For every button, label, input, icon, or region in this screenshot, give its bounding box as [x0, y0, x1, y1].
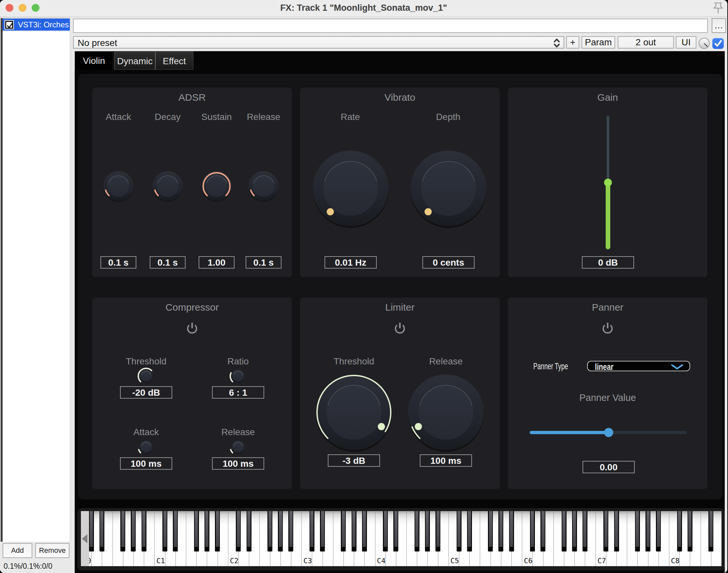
power-icon[interactable] [393, 321, 406, 335]
more-button[interactable]: … [712, 18, 726, 33]
black-key[interactable] [194, 511, 199, 552]
black-key[interactable] [656, 511, 661, 552]
black-key[interactable] [320, 511, 325, 552]
black-key[interactable] [509, 511, 514, 552]
value-box[interactable]: 0.1 s [100, 256, 136, 269]
value-box[interactable]: 100 ms [120, 457, 172, 470]
black-key[interactable] [268, 511, 272, 552]
black-key[interactable] [309, 511, 314, 552]
fx-name-input[interactable] [73, 18, 708, 33]
panner-type-dropdown[interactable]: linear [587, 361, 690, 371]
depth-knob[interactable] [405, 145, 492, 233]
black-key[interactable] [456, 511, 462, 552]
release-knob[interactable] [243, 165, 284, 208]
black-key[interactable] [467, 511, 472, 552]
black-key[interactable] [362, 511, 367, 552]
fx-enabled-toggle[interactable] [712, 38, 724, 49]
black-key[interactable] [540, 511, 545, 552]
comp-ratio-knob[interactable] [226, 364, 250, 389]
value-box[interactable]: 0.1 s [150, 256, 186, 269]
value-box[interactable]: 0 dB [582, 256, 634, 269]
add-button[interactable]: Add [3, 543, 32, 558]
black-key[interactable] [603, 511, 608, 552]
tab-violin[interactable]: Violin [75, 51, 113, 70]
black-key[interactable] [247, 511, 251, 552]
black-key[interactable] [288, 511, 293, 552]
gain-slider-handle[interactable] [604, 178, 612, 187]
comp-threshold-knob[interactable] [134, 364, 158, 389]
black-key[interactable] [572, 511, 577, 552]
power-icon[interactable] [186, 321, 199, 335]
black-key[interactable] [415, 511, 420, 552]
black-key-surface [688, 511, 691, 547]
decay-knob[interactable] [147, 165, 189, 208]
knob-icon [196, 165, 237, 207]
value-box[interactable]: 6 : 1 [212, 386, 264, 399]
black-key[interactable] [99, 511, 104, 552]
value-box[interactable]: -20 dB [120, 386, 172, 399]
black-key[interactable] [687, 511, 692, 552]
value-box[interactable]: 0.1 s [246, 256, 282, 269]
black-key[interactable] [709, 511, 713, 552]
lim-threshold-knob[interactable] [310, 369, 397, 457]
lim-release-knob[interactable] [402, 369, 489, 457]
black-key[interactable] [236, 511, 241, 552]
keyboard-scroll-strip[interactable] [81, 511, 89, 566]
value-box[interactable]: 0.00 [583, 461, 635, 473]
black-key[interactable] [89, 511, 94, 552]
black-key[interactable] [488, 511, 493, 552]
comp-release-knob[interactable] [226, 435, 250, 460]
outputs-button[interactable]: 2 out [618, 36, 674, 49]
black-key[interactable] [383, 511, 388, 552]
attack-knob[interactable] [98, 165, 139, 208]
black-key[interactable] [425, 511, 430, 552]
value-box[interactable]: 100 ms [420, 454, 472, 467]
black-key[interactable] [352, 511, 356, 552]
black-key[interactable] [530, 511, 535, 552]
black-key[interactable] [131, 511, 136, 552]
black-key[interactable] [614, 511, 619, 552]
tab-effect[interactable]: Effect [155, 52, 193, 70]
black-key[interactable] [215, 511, 220, 552]
tab-dynamic[interactable]: Dynamic [114, 52, 155, 70]
black-key-surface [195, 511, 198, 547]
add-preset-button[interactable]: + [566, 36, 579, 49]
pin-icon[interactable] [711, 1, 726, 16]
black-key[interactable] [393, 511, 398, 552]
black-key[interactable] [645, 511, 650, 552]
value-box[interactable]: 1.00 [199, 256, 235, 269]
black-key[interactable] [562, 511, 567, 552]
black-key[interactable] [435, 511, 440, 552]
ui-button[interactable]: UI [676, 36, 696, 49]
preset-combobox[interactable]: No preset [73, 36, 564, 49]
fx-enabled-checkbox[interactable] [4, 20, 14, 30]
keyboard-keys[interactable]: C0C1C2C3C4C5C6C7C8 [81, 511, 722, 566]
value-box[interactable]: 100 ms [212, 457, 264, 470]
black-key[interactable] [204, 511, 209, 552]
black-key[interactable] [341, 511, 346, 552]
param-button[interactable]: Param [582, 36, 615, 49]
remove-button[interactable]: Remove [35, 543, 69, 558]
value-box[interactable]: -3 dB [328, 454, 380, 467]
comp-attack-knob[interactable] [134, 435, 158, 460]
black-key[interactable] [142, 511, 146, 552]
value-box[interactable]: 0 cents [422, 256, 475, 269]
fx-chain-list[interactable]: VST3i: Orches [1, 18, 70, 542]
fx-chain-item[interactable]: VST3i: Orches [3, 18, 70, 31]
value-box[interactable]: 0.01 Hz [325, 256, 377, 269]
black-key[interactable] [635, 511, 640, 552]
power-icon[interactable] [601, 321, 614, 335]
black-key[interactable] [583, 511, 587, 552]
panner-slider-track[interactable] [609, 431, 687, 434]
rate-knob[interactable] [307, 145, 394, 233]
black-key[interactable] [162, 511, 167, 552]
black-key[interactable] [677, 511, 682, 552]
wet-dry-knob[interactable] [698, 37, 711, 50]
black-key[interactable] [120, 511, 125, 552]
sustain-knob[interactable] [196, 165, 237, 208]
panner-slider-handle[interactable] [604, 428, 613, 437]
black-key[interactable] [173, 511, 178, 552]
black-key[interactable] [498, 511, 503, 552]
black-key[interactable] [278, 511, 283, 552]
chevron-down-icon [671, 364, 683, 370]
